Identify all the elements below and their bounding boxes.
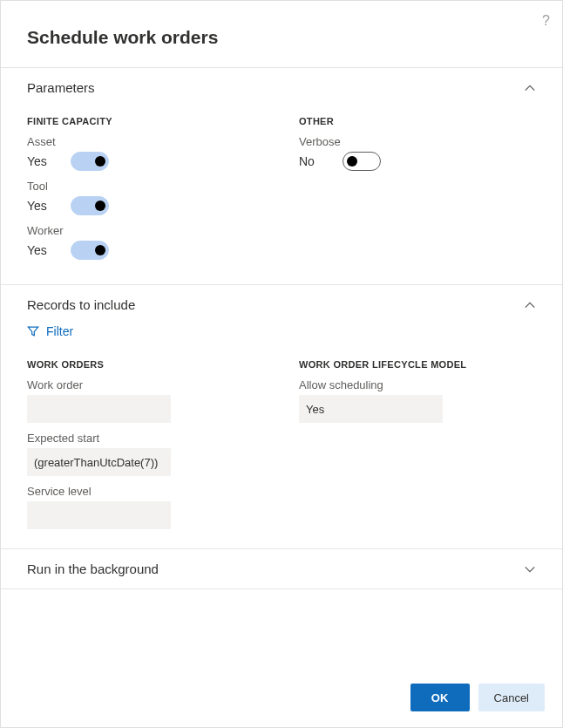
section-header-records[interactable]: Records to include — [1, 285, 562, 324]
section-title: Run in the background — [27, 561, 159, 576]
input-allow-scheduling[interactable] — [299, 395, 443, 423]
label-tool: Tool — [27, 180, 264, 193]
lifecycle-column: WORK ORDER LIFECYCLE MODEL Allow schedul… — [299, 350, 536, 529]
input-service-level[interactable] — [27, 501, 171, 529]
filter-icon — [27, 325, 39, 337]
group-label-finite-capacity: FINITE CAPACITY — [27, 116, 264, 126]
dialog-header: ? Schedule work orders — [1, 1, 562, 67]
cancel-button[interactable]: Cancel — [478, 684, 545, 711]
label-work-order: Work order — [27, 378, 264, 391]
finite-capacity-column: FINITE CAPACITY Asset Yes Tool Yes Worke… — [27, 107, 264, 265]
label-service-level: Service level — [27, 485, 264, 498]
parameters-body: FINITE CAPACITY Asset Yes Tool Yes Worke… — [1, 107, 562, 284]
work-orders-column: WORK ORDERS Work order Expected start Se… — [27, 350, 264, 529]
section-parameters: Parameters FINITE CAPACITY Asset Yes Too… — [1, 67, 562, 284]
value-asset: Yes — [27, 154, 50, 168]
schedule-work-orders-dialog: ? Schedule work orders Parameters FINITE… — [0, 0, 563, 728]
section-title: Parameters — [27, 80, 95, 95]
value-worker: Yes — [27, 243, 50, 257]
dialog-footer: OK Cancel — [1, 668, 562, 727]
toggle-tool[interactable] — [71, 196, 109, 215]
label-worker: Worker — [27, 224, 264, 237]
toggle-asset[interactable] — [71, 152, 109, 171]
label-asset: Asset — [27, 135, 264, 148]
chevron-up-icon — [524, 82, 536, 94]
section-header-background[interactable]: Run in the background — [1, 549, 562, 589]
toggle-verbose[interactable] — [343, 152, 381, 171]
value-verbose: No — [299, 154, 322, 168]
toggle-worker[interactable] — [71, 241, 109, 260]
ok-button[interactable]: OK — [410, 684, 470, 711]
filter-link[interactable]: Filter — [27, 324, 73, 338]
label-allow-scheduling: Allow scheduling — [299, 378, 536, 391]
chevron-up-icon — [524, 299, 536, 311]
section-header-parameters[interactable]: Parameters — [1, 68, 562, 107]
section-records: Records to include Filter WORK ORDERS Wo… — [1, 284, 562, 548]
records-body: Filter WORK ORDERS Work order Expected s… — [1, 324, 562, 548]
section-background: Run in the background — [1, 548, 562, 589]
input-work-order[interactable] — [27, 395, 171, 423]
group-label-work-orders: WORK ORDERS — [27, 359, 264, 370]
filter-label: Filter — [46, 324, 73, 338]
section-title: Records to include — [27, 297, 135, 312]
label-expected-start: Expected start — [27, 432, 264, 445]
chevron-down-icon — [524, 563, 536, 575]
input-expected-start[interactable] — [27, 448, 171, 476]
dialog-title: Schedule work orders — [27, 27, 536, 48]
label-verbose: Verbose — [299, 135, 536, 148]
help-icon[interactable]: ? — [542, 13, 550, 29]
group-label-lifecycle: WORK ORDER LIFECYCLE MODEL — [299, 359, 536, 370]
value-tool: Yes — [27, 199, 50, 213]
group-label-other: OTHER — [299, 116, 536, 126]
other-column: OTHER Verbose No — [299, 107, 536, 265]
